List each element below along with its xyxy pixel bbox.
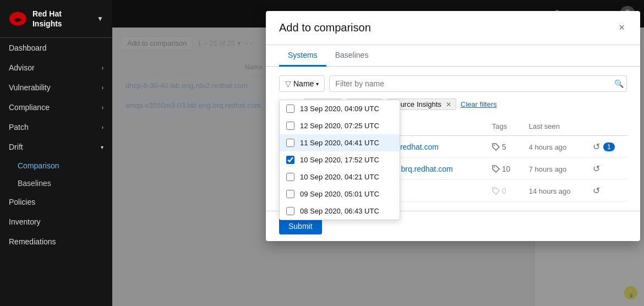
date-checkbox-0[interactable] <box>286 105 294 113</box>
sidebar-brand-title: Red Hat Insights <box>32 9 91 29</box>
sidebar-item-dashboard[interactable]: Dashboard <box>0 38 112 58</box>
date-checkbox-6[interactable] <box>286 207 294 215</box>
history-icon-row2[interactable]: ↺ <box>593 163 600 174</box>
sidebar-item-patch[interactable]: Patch › <box>0 117 112 137</box>
history-icon-row3[interactable]: ↺ <box>593 185 600 196</box>
dialog-title: Add to comparison <box>279 21 371 34</box>
filter-dropdown-chevron-icon: ▾ <box>316 81 319 87</box>
svg-point-5 <box>494 167 495 168</box>
date-option-3[interactable]: 10 Sep 2020, 17:52 UTC <box>280 151 400 168</box>
row-actions-row3: ↺ <box>586 180 627 202</box>
clear-filters-button[interactable]: Clear filters <box>461 100 497 108</box>
sidebar-item-inventory[interactable]: Inventory <box>0 212 112 232</box>
sidebar-item-vulnerability[interactable]: Vulnerability › <box>0 78 112 97</box>
compliance-chevron-icon: › <box>102 105 103 111</box>
date-checkbox-2[interactable] <box>286 139 294 147</box>
dialog-tabs: Systems Baselines <box>266 45 640 67</box>
date-checkbox-1[interactable] <box>286 122 294 130</box>
svg-point-6 <box>494 189 495 190</box>
date-option-0[interactable]: 13 Sep 2020, 04:09 UTC <box>280 100 400 117</box>
row-last-seen-row2: 7 hours ago <box>522 158 586 180</box>
date-checkbox-5[interactable] <box>286 190 294 198</box>
main-content: ? Dana Walker ▾ Add to comparison 1 – 25… <box>112 0 644 306</box>
row-last-seen-row3: 14 hours ago <box>522 180 586 202</box>
row-last-seen-row1: 4 hours ago <box>522 136 586 158</box>
sidebar-item-comparison[interactable]: Comparison <box>0 157 112 174</box>
tab-systems[interactable]: Systems <box>279 45 326 67</box>
header-tags: Tags <box>485 117 522 136</box>
patch-chevron-icon: › <box>102 124 103 130</box>
remove-insights-filter-button[interactable]: ✕ <box>444 101 451 108</box>
add-comparison-dialog: Add to comparison × Systems Baselines ▽ … <box>266 11 640 241</box>
history-icon-row1[interactable]: ↺ <box>593 141 600 152</box>
row-actions-row2: ↺ <box>586 158 627 180</box>
tag-icon <box>492 143 500 151</box>
sidebar-item-remediations[interactable]: Remediations <box>0 232 112 252</box>
svg-point-4 <box>494 145 495 146</box>
redhat-logo-icon <box>9 11 27 26</box>
date-checkbox-3[interactable] <box>286 156 294 164</box>
dialog-header: Add to comparison × <box>266 11 640 45</box>
sidebar-item-policies[interactable]: Policies <box>0 192 112 212</box>
badge-row1: 1 <box>603 143 615 151</box>
filter-dropdown-label: Name <box>293 79 314 88</box>
tag-icon <box>492 187 500 195</box>
header-actions <box>586 117 627 136</box>
sidebar-header: Red Hat Insights ▼ <box>0 0 112 38</box>
date-dropdown: 13 Sep 2020, 04:09 UTC12 Sep 2020, 07:25… <box>279 100 400 220</box>
row-tags-row2: 10 <box>485 158 522 180</box>
header-last-seen: Last seen <box>522 117 586 136</box>
tag-icon <box>492 165 500 173</box>
row-tags-row3: 0 <box>485 180 522 202</box>
row-actions-row1: ↺ 1 <box>586 136 627 158</box>
sidebar-expand-icon[interactable]: ▼ <box>97 15 103 23</box>
date-option-4[interactable]: 10 Sep 2020, 04:21 UTC <box>280 168 400 185</box>
date-option-2[interactable]: 11 Sep 2020, 04:41 UTC <box>280 134 400 151</box>
tab-baselines[interactable]: Baselines <box>326 45 378 67</box>
vulnerability-chevron-icon: › <box>102 85 103 91</box>
date-option-6[interactable]: 08 Sep 2020, 06:43 UTC <box>280 203 400 220</box>
sidebar: Red Hat Insights ▼ Dashboard Advisor › V… <box>0 0 112 306</box>
sidebar-item-drift[interactable]: Drift ▾ <box>0 137 112 157</box>
insights-label: Insights <box>417 100 441 108</box>
row-tags-row1: 5 <box>485 136 522 158</box>
filter-icon: ▽ <box>285 79 291 88</box>
sidebar-item-advisor[interactable]: Advisor › <box>0 58 112 78</box>
search-button[interactable]: 🔍 <box>614 79 624 88</box>
sidebar-item-baselines[interactable]: Baselines <box>0 174 112 192</box>
filter-row: ▽ Name ▾ 🔍 <box>279 75 627 92</box>
date-checkbox-4[interactable] <box>286 173 294 181</box>
submit-button[interactable]: Submit <box>279 218 322 234</box>
advisor-chevron-icon: › <box>102 65 103 71</box>
drift-chevron-icon: ▾ <box>101 144 103 150</box>
date-option-5[interactable]: 09 Sep 2020, 05:01 UTC <box>280 185 400 203</box>
filter-name-input[interactable] <box>329 75 627 92</box>
sidebar-nav: Dashboard Advisor › Vulnerability › Comp… <box>0 38 112 306</box>
filter-dropdown[interactable]: ▽ Name ▾ <box>279 75 325 92</box>
dialog-body: ▽ Name ▾ 🔍 Status Fresh ✕ <box>266 67 640 211</box>
date-option-1[interactable]: 12 Sep 2020, 07:25 UTC <box>280 117 400 134</box>
filter-input-wrap: 🔍 <box>329 75 627 92</box>
dialog-close-button[interactable]: × <box>616 20 627 36</box>
sidebar-item-compliance[interactable]: Compliance › <box>0 97 112 117</box>
